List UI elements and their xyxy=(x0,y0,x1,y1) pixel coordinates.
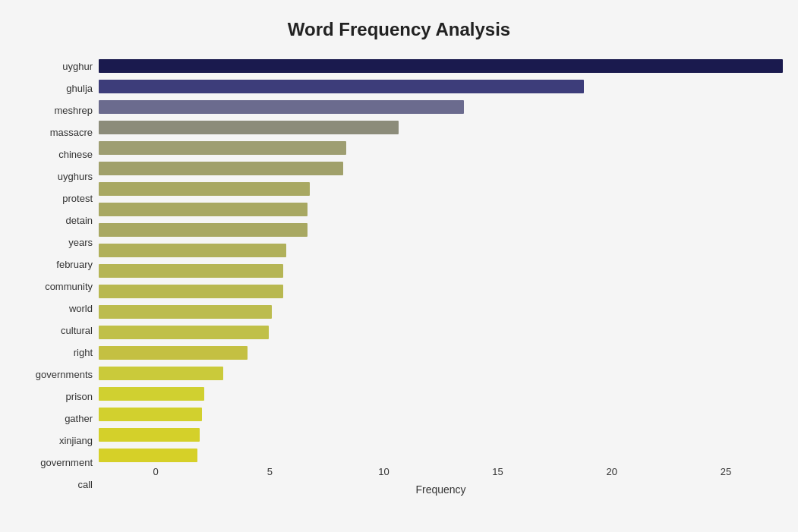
bar-row xyxy=(99,77,783,96)
y-label: protest xyxy=(15,190,93,208)
bar-row xyxy=(99,303,783,321)
bars-wrapper xyxy=(99,55,783,466)
grid-lines xyxy=(99,55,783,466)
bar xyxy=(99,162,343,175)
bar-row xyxy=(99,405,783,423)
x-tick-label: 25 xyxy=(669,466,783,477)
y-label: uyghurs xyxy=(15,168,93,186)
bar-row xyxy=(99,57,783,75)
bar xyxy=(99,203,308,216)
y-label: ghulja xyxy=(15,80,93,98)
bar xyxy=(99,59,783,73)
y-label: governments xyxy=(15,366,93,384)
chart-title: Word Frequency Analysis xyxy=(15,15,783,40)
bar xyxy=(99,244,286,257)
y-label: chinese xyxy=(15,146,93,164)
bar xyxy=(99,408,202,421)
x-axis-wrapper: 0510152025 Frequency xyxy=(99,466,783,496)
bar-row xyxy=(99,118,783,137)
bar xyxy=(99,326,269,339)
bar-row xyxy=(99,282,783,301)
bar-row xyxy=(99,323,783,342)
y-label: meshrep xyxy=(15,102,93,120)
y-label: february xyxy=(15,256,93,274)
bar-row xyxy=(99,364,783,382)
bar-row xyxy=(99,426,783,444)
y-label: government xyxy=(15,454,93,472)
bar xyxy=(99,264,283,278)
y-label: years xyxy=(15,234,93,252)
y-label: xinjiang xyxy=(15,432,93,450)
bar xyxy=(99,428,200,442)
chart-container: Word Frequency Analysis uyghurghuljamesh… xyxy=(0,0,798,532)
y-label: gather xyxy=(15,410,93,428)
chart-plot: 0510152025 Frequency xyxy=(99,55,783,496)
bar-row xyxy=(99,200,783,219)
bar-row xyxy=(99,262,783,280)
bar xyxy=(99,141,346,155)
bar-row xyxy=(99,98,783,116)
bar-row xyxy=(99,385,783,403)
bar xyxy=(99,182,310,196)
x-tick-label: 20 xyxy=(555,466,669,477)
bar xyxy=(99,305,272,319)
bar xyxy=(99,346,248,360)
y-label: right xyxy=(15,344,93,362)
chart-area: uyghurghuljameshrepmassacrechineseuyghur… xyxy=(15,55,783,496)
x-label-row: 0510152025 xyxy=(99,466,783,477)
y-label: detain xyxy=(15,212,93,230)
y-label: call xyxy=(15,476,93,494)
bar xyxy=(99,223,308,237)
bar xyxy=(99,80,584,93)
y-label: prison xyxy=(15,388,93,406)
x-axis-title: Frequency xyxy=(99,483,783,496)
y-axis: uyghurghuljameshrepmassacrechineseuyghur… xyxy=(15,55,99,496)
y-label: community xyxy=(15,278,93,296)
y-label: uyghur xyxy=(15,58,93,76)
y-label: world xyxy=(15,300,93,318)
bar xyxy=(99,121,399,134)
bar-row xyxy=(99,344,783,362)
x-tick-label: 5 xyxy=(213,466,326,477)
x-tick-label: 10 xyxy=(326,466,440,477)
bar-row xyxy=(99,446,783,464)
bar-row xyxy=(99,180,783,198)
bar xyxy=(99,387,204,401)
bar-row xyxy=(99,241,783,260)
bar xyxy=(99,285,283,298)
bar-row xyxy=(99,159,783,178)
y-label: massacre xyxy=(15,124,93,142)
x-tick-label: 0 xyxy=(99,466,213,477)
bar xyxy=(99,367,223,380)
bar xyxy=(99,100,464,114)
bar xyxy=(99,449,197,462)
y-label: cultural xyxy=(15,322,93,340)
bar-row xyxy=(99,139,783,157)
bar-row xyxy=(99,221,783,239)
x-tick-label: 15 xyxy=(441,466,555,477)
